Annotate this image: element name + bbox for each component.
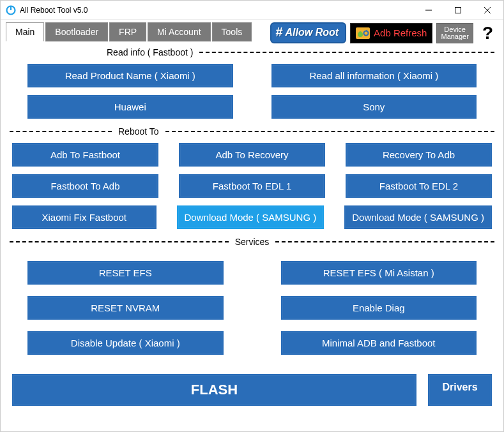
drivers-button[interactable]: Drivers (428, 374, 492, 406)
maximize-button[interactable] (443, 1, 473, 20)
tab-bootloader[interactable]: Bootloader (45, 22, 108, 41)
section-reboot-to: Reboot To (1, 126, 503, 137)
svg-rect-3 (455, 7, 461, 13)
main-toolbar: Main Bootloader FRP Mi Account Tools # A… (1, 20, 503, 43)
tab-strip: Main Bootloader FRP Mi Account Tools (6, 22, 252, 41)
download-mode-samsung-b-button[interactable]: Download Mode ( SAMSUNG ) (344, 205, 492, 229)
huawei-button[interactable]: Huawei (27, 95, 233, 119)
tab-mi-account[interactable]: Mi Account (148, 22, 210, 41)
help-button[interactable]: ? (477, 23, 498, 43)
tab-tools[interactable]: Tools (212, 22, 252, 41)
adb-to-recovery-button[interactable]: Adb To Recovery (179, 143, 325, 167)
disable-update-xiaomi-button[interactable]: Disable Update ( Xiaomi ) (27, 331, 224, 355)
reset-efs-button[interactable]: RESET EFS (27, 261, 224, 285)
allow-root-label: Allow Root (286, 27, 339, 38)
titlebar: All Reboot Tool v5.0 (1, 1, 503, 20)
fastboot-to-edl2-button[interactable]: Fastboot To EDL 2 (346, 174, 492, 198)
reboot-to-label: Reboot To (114, 126, 163, 137)
hash-icon: # (275, 25, 282, 40)
android-icon (356, 27, 370, 39)
reset-nvram-button[interactable]: RESET NVRAM (27, 296, 224, 320)
minimize-button[interactable] (414, 1, 443, 20)
services-label: Services (231, 237, 273, 247)
window-title: All Reboot Tool v5.0 (20, 6, 414, 15)
read-product-name-button[interactable]: Read Product Name ( Xiaomi ) (27, 64, 233, 87)
fastboot-to-edl1-button[interactable]: Fastboot To EDL 1 (179, 174, 325, 198)
svg-rect-8 (359, 31, 362, 33)
allow-root-button[interactable]: # Allow Root (270, 22, 346, 43)
app-icon (6, 5, 16, 15)
recovery-to-adb-button[interactable]: Recovery To Adb (346, 143, 492, 167)
reset-efs-mi-button[interactable]: RESET EFS ( Mi Asistan ) (281, 261, 477, 285)
tab-main[interactable]: Main (6, 22, 44, 41)
sony-button[interactable]: Sony (271, 95, 477, 119)
xiaomi-fix-fastboot-button[interactable]: Xiaomi Fix Fastboot (12, 205, 157, 229)
minimal-adb-fastboot-button[interactable]: Minimal ADB and Fastboot (281, 331, 477, 355)
read-all-info-button[interactable]: Read all information ( Xiaomi ) (271, 64, 477, 87)
adb-refresh-button[interactable]: Adb Refresh (350, 23, 432, 43)
enable-diag-button[interactable]: Enable Diag (281, 296, 477, 320)
tab-frp[interactable]: FRP (109, 22, 146, 41)
adb-refresh-label: Adb Refresh (374, 27, 427, 38)
download-mode-samsung-a-button[interactable]: Download Mode ( SAMSUNG ) (177, 205, 325, 229)
fastboot-to-adb-button[interactable]: Fastboot To Adb (12, 174, 158, 198)
close-button[interactable] (473, 1, 502, 20)
section-read-info: Read info ( Fastboot ) (1, 47, 503, 57)
flash-button[interactable]: FLASH (12, 374, 416, 406)
adb-to-fastboot-button[interactable]: Adb To Fastboot (12, 143, 158, 167)
device-manager-button[interactable]: Device Manager (436, 23, 473, 43)
read-info-label: Read info ( Fastboot ) (103, 47, 197, 57)
section-services: Services (1, 237, 503, 247)
